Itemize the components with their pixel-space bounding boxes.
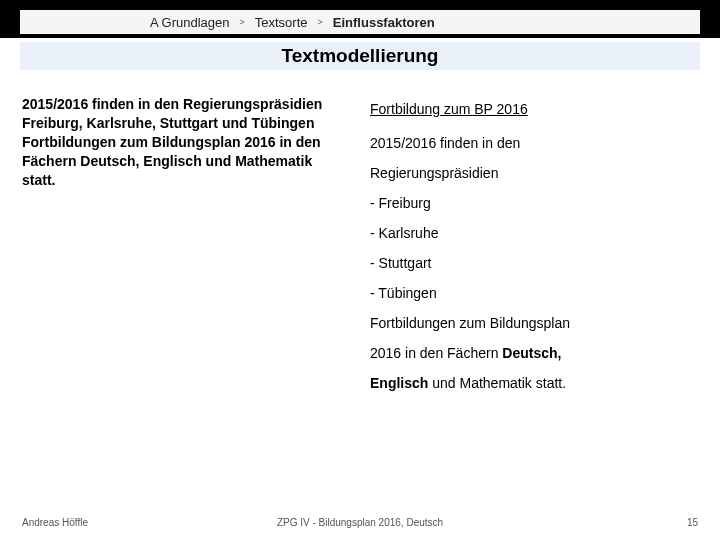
footer-center: ZPG IV - Bildungsplan 2016, Deutsch (0, 517, 720, 528)
content-area: 2015/2016 finden in den Regierungspräsid… (22, 95, 698, 399)
breadcrumb-level-3: Einflussfaktoren (333, 15, 435, 30)
right-line: Regierungspräsidien (370, 159, 698, 187)
right-bullet: - Stuttgart (370, 249, 698, 277)
right-line: Fortbildungen zum Bildungsplan (370, 309, 698, 337)
breadcrumb-separator: > (318, 17, 323, 27)
slide-title-text: Textmodellierung (282, 45, 439, 67)
breadcrumb: A Grundlagen > Textsorte > Einflussfakto… (20, 10, 700, 34)
left-paragraph: 2015/2016 finden in den Regierungspräsid… (22, 95, 342, 189)
left-column: 2015/2016 finden in den Regierungspräsid… (22, 95, 342, 399)
right-column: Fortbildung zum BP 2016 2015/2016 finden… (370, 95, 698, 399)
right-bullet: - Karlsruhe (370, 219, 698, 247)
slide-title: Textmodellierung (20, 42, 700, 70)
right-heading: Fortbildung zum BP 2016 (370, 95, 698, 123)
right-bullet: - Tübingen (370, 279, 698, 307)
right-line: Englisch und Mathematik statt. (370, 369, 698, 397)
right-bullet: - Freiburg (370, 189, 698, 217)
breadcrumb-level-2: Textsorte (255, 15, 308, 30)
footer: Andreas Höffle ZPG IV - Bildungsplan 201… (0, 517, 720, 528)
text-fragment: 2016 in den Fächern (370, 345, 502, 361)
right-line: 2016 in den Fächern Deutsch, (370, 339, 698, 367)
footer-author: Andreas Höffle (22, 517, 88, 528)
text-bold: Deutsch, (502, 345, 561, 361)
text-fragment: und Mathematik statt. (428, 375, 566, 391)
right-line: 2015/2016 finden in den (370, 129, 698, 157)
breadcrumb-level-1: A Grundlagen (150, 15, 230, 30)
text-bold: Englisch (370, 375, 428, 391)
slide: A Grundlagen > Textsorte > Einflussfakto… (0, 0, 720, 540)
footer-page-number: 15 (687, 517, 698, 528)
breadcrumb-separator: > (240, 17, 245, 27)
